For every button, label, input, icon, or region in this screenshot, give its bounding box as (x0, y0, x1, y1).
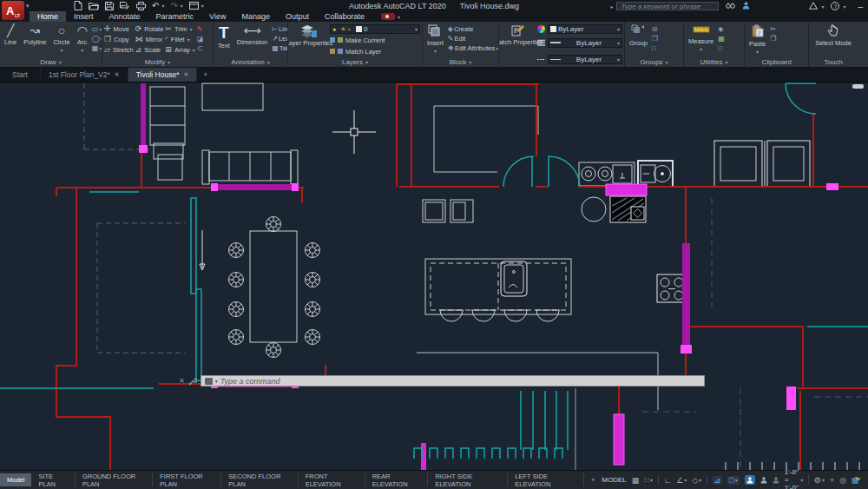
create-block-button[interactable]: ◈Create (448, 25, 498, 34)
ribbon-tab-annotate[interactable]: Annotate (102, 11, 148, 22)
annotation-autoscale-icon[interactable] (760, 476, 767, 484)
linear-button[interactable]: ⊢Linear▾ (272, 25, 288, 34)
ribbon-tab-insert[interactable]: Insert (66, 11, 102, 22)
scale-button[interactable]: ⊿Scale (135, 44, 164, 55)
redo-icon[interactable]: ↷ (170, 2, 177, 10)
drawing-canvas[interactable]: ✕ ▾ (0, 83, 868, 470)
panel-block-label[interactable]: Block▾ (424, 57, 496, 67)
polar-toggle-icon[interactable]: ∠▾ (676, 476, 687, 485)
dimension-button[interactable]: ⟷Dimension (234, 23, 270, 46)
quick-select-button[interactable]: ◈ (718, 25, 725, 34)
ellipse-button[interactable]: ◯▾ (92, 35, 102, 43)
layer-properties-button[interactable]: Layer Properties (290, 23, 328, 47)
new-file-icon[interactable] (74, 1, 82, 10)
command-wrench-icon[interactable] (188, 377, 197, 386)
autodesk-app-caret-icon[interactable]: ▾ (821, 3, 824, 10)
add-scales-icon[interactable]: + (830, 476, 834, 485)
isolate-objects-icon[interactable]: ◎ (839, 476, 846, 485)
layout-tab-right-elevation[interactable]: RIGHT SIDE ELEVATION (428, 473, 508, 486)
edit-attributes-button[interactable]: ❖Edit Attributes▾ (448, 44, 498, 53)
polyline-button[interactable]: ↝Polyline (21, 23, 49, 46)
annotation-scale-person-icon[interactable] (773, 476, 779, 484)
annotation-scale-value[interactable]: 1'-0" = 1'-0"▾ (785, 468, 804, 489)
line-button[interactable]: ╱Line (2, 23, 19, 46)
layout-tab-ground-floor[interactable]: GROUND FLOOR PLAN (76, 473, 153, 486)
undo-icon[interactable]: ↶ (152, 2, 159, 10)
help-icon[interactable]: ? (831, 2, 839, 10)
id-point-button[interactable]: □ (718, 44, 725, 53)
isodraft-toggle-icon[interactable]: ◇▾ (692, 476, 701, 485)
panel-modify-label[interactable]: Modify▾ (104, 57, 211, 67)
autodesk-app-icon[interactable] (809, 2, 818, 11)
file-tab-floorplan-close-icon[interactable]: ✕ (115, 71, 120, 78)
workspace-icon[interactable] (189, 2, 199, 10)
arc-button[interactable]: ◠Arc▾ (75, 23, 90, 53)
ribbon-tab-parametric[interactable]: Parametric (148, 11, 202, 22)
ribbon-tab-view[interactable]: View (201, 11, 233, 22)
mirror-button[interactable]: ⋈Mirror (135, 34, 164, 44)
table-button[interactable]: ▦Table (272, 44, 288, 53)
layer-select[interactable]: ● ☀ ▪ 0 ▾ (330, 24, 420, 34)
file-tab-floorplan[interactable]: 1st Floor Plan_V2*✕ (41, 68, 128, 82)
edit-block-button[interactable]: ✎Edit (448, 35, 498, 43)
ribbon-tab-collaborate[interactable]: Collaborate (317, 11, 372, 22)
panel-annotation-label[interactable]: Annotation▾ (215, 57, 286, 67)
text-button[interactable]: TText (215, 23, 233, 50)
trim-button[interactable]: ✂Trim▾ (165, 23, 194, 34)
move-button[interactable]: ✛Move (104, 23, 134, 34)
fillet-button[interactable]: ◜Fillet▾ (165, 34, 194, 44)
cut-button[interactable]: ✂ (770, 25, 776, 34)
new-layout-button[interactable]: + (584, 473, 602, 486)
layout-tab-second-floor[interactable]: SECOND FLOOR PLAN (221, 473, 298, 486)
copy-button[interactable]: ❐Copy (104, 34, 134, 44)
circle-button[interactable]: ○Circle▾ (50, 23, 72, 53)
logo-menu-caret-icon[interactable]: ▾ (26, 3, 30, 10)
panel-draw-label[interactable]: Draw▾ (2, 57, 100, 67)
file-tab-tivoli-close-icon[interactable]: ✕ (183, 71, 188, 78)
ribbon-tab-output[interactable]: Output (278, 11, 317, 22)
layout-tab-first-floor[interactable]: FIRST FLOOR PLAN (153, 473, 221, 486)
ungroup-button[interactable]: ⊞ (652, 25, 658, 34)
insert-button[interactable]: Insert▾ (424, 23, 446, 54)
save-icon[interactable] (105, 2, 114, 10)
quick-calc-button[interactable]: ▦ (718, 35, 725, 43)
save-as-icon[interactable] (120, 2, 130, 10)
qat-customize-caret-icon[interactable]: ▾ (201, 3, 204, 9)
command-caret-icon[interactable]: ▾ (215, 378, 218, 384)
clean-screen-icon[interactable] (852, 476, 861, 485)
panel-utilities-label[interactable]: Utilities▾ (686, 57, 742, 67)
file-tab-tivoli[interactable]: Tivoli House*✕ (128, 68, 198, 82)
rectangle-button[interactable]: ▭▾ (92, 25, 102, 34)
paste-button[interactable]: Paste▾ (746, 23, 768, 55)
autocad-logo[interactable]: ALT (2, 1, 24, 20)
new-drawing-tab-button[interactable]: + (197, 68, 214, 82)
lineweight-select[interactable]: ByLayer▾ (548, 38, 622, 48)
copy-clip-button[interactable]: ❐ (770, 35, 776, 43)
command-close-icon[interactable]: ✕ (179, 377, 185, 385)
search-binoculars-icon[interactable] (726, 2, 735, 10)
panel-clipboard-label[interactable]: Clipboard (746, 57, 806, 67)
search-expand-icon[interactable]: ▸ (610, 3, 613, 10)
customization-gear-icon[interactable]: ⚙▾ (814, 476, 825, 485)
space-toggle[interactable]: MODEL (602, 476, 626, 484)
osnap-toggle-icon[interactable]: □▾ (727, 476, 739, 485)
offset-button[interactable]: ⊂ (197, 44, 204, 53)
viewport-pill-icon[interactable] (852, 84, 864, 89)
panel-groups-label[interactable]: Groups▾ (627, 57, 681, 67)
search-input[interactable] (616, 2, 719, 10)
group-select-button[interactable]: □ (652, 44, 658, 53)
linetype-select[interactable]: ByLayer▾ (548, 55, 622, 64)
color-select[interactable]: ByLayer▾ (548, 24, 622, 34)
hatch-button[interactable]: ▦▾ (92, 44, 102, 53)
layout-tab-model[interactable]: Model (0, 473, 31, 486)
explode-button[interactable]: ◪ (197, 35, 204, 43)
match-layer-button[interactable]: Match Layer (330, 46, 420, 56)
command-field[interactable]: ▾ (201, 375, 705, 387)
ribbon-extra-menu[interactable]: ▾ (381, 11, 400, 22)
group-edit-button[interactable]: ❐ (652, 35, 658, 43)
help-caret-icon[interactable]: ▾ (843, 3, 845, 10)
command-history-icon[interactable] (205, 378, 213, 385)
command-input[interactable] (220, 377, 700, 386)
panel-layers-label[interactable]: Layers▾ (290, 57, 420, 67)
grid-toggle-icon[interactable]: ▦ (632, 476, 640, 485)
